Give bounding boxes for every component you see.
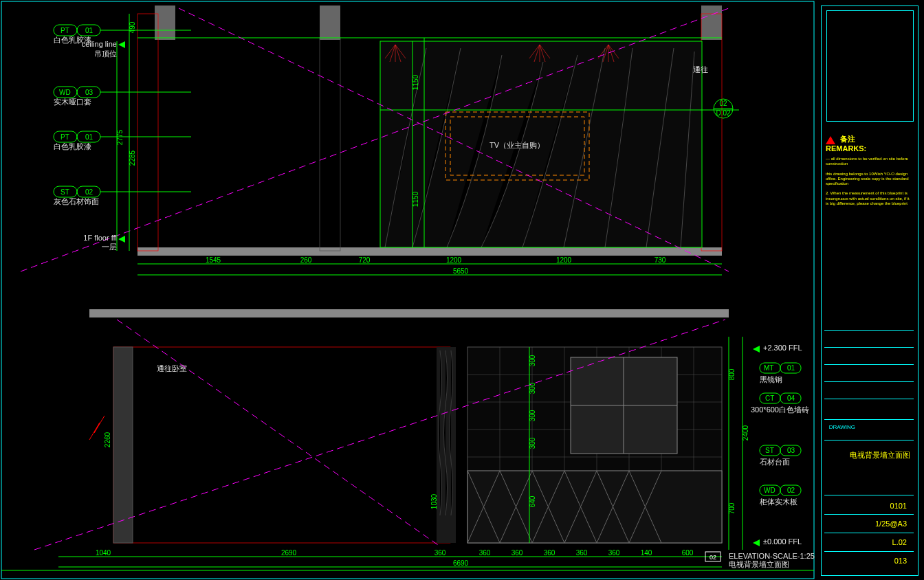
svg-text:360: 360 (434, 549, 446, 557)
svg-text:300: 300 (529, 437, 536, 449)
title-block-panel: 备注 REMARKS: — all dimensions to be verif… (817, 0, 924, 580)
svg-marker-100 (753, 539, 760, 546)
svg-text:360: 360 (608, 549, 620, 557)
svg-text:WD: WD (59, 89, 71, 96)
svg-marker-46 (118, 236, 125, 243)
corridor-label-1: 通往 (693, 65, 708, 74)
svg-text:600: 600 (682, 549, 694, 557)
svg-text:300*600白色墙砖: 300*600白色墙砖 (751, 405, 809, 414)
svg-text:360: 360 (512, 549, 523, 557)
svg-text:吊顶位: 吊顶位 (94, 49, 117, 58)
svg-rect-4 (701, 5, 722, 40)
svg-text:300: 300 (529, 410, 536, 421)
svg-rect-2 (155, 5, 175, 40)
svg-text:CT: CT (765, 394, 774, 402)
svg-text:360: 360 (576, 549, 588, 557)
svg-text:WD: WD (764, 487, 776, 494)
svg-rect-66 (113, 347, 133, 543)
svg-text:黑镜钢: 黑镜钢 (760, 375, 782, 383)
svg-text:03: 03 (787, 447, 795, 454)
svg-rect-64 (89, 309, 729, 317)
svg-text:03: 03 (85, 89, 94, 96)
svg-text:2285: 2285 (129, 150, 136, 166)
svg-text:700: 700 (728, 502, 736, 514)
svg-text:ST: ST (60, 188, 69, 196)
svg-rect-65 (113, 347, 450, 543)
svg-text:02: 02 (710, 554, 716, 561)
ceiling-line-label: ceiling line (82, 40, 117, 48)
ffl-top: +2.300 FFL (763, 344, 802, 352)
svg-text:800: 800 (728, 368, 736, 380)
svg-text:2400: 2400 (742, 425, 749, 440)
svg-text:02: 02 (787, 487, 795, 494)
svg-text:490: 490 (129, 21, 136, 33)
svg-text:360: 360 (479, 549, 491, 557)
material-tags-left: PT01 白色乳胶漆 WD03 实木哑口套 PT01 白色乳胶漆 ST02 灰色… (54, 25, 191, 205)
svg-text:1040: 1040 (96, 549, 111, 557)
svg-text:300: 300 (529, 355, 536, 366)
svg-text:01: 01 (85, 27, 94, 34)
svg-text:1200: 1200 (446, 256, 462, 264)
svg-text:石材台面: 石材台面 (760, 458, 790, 466)
svg-rect-6 (138, 14, 158, 251)
svg-text:MT: MT (764, 364, 773, 372)
svg-text:1150: 1150 (412, 191, 419, 207)
svg-text:6690: 6690 (453, 559, 469, 567)
svg-text:ST: ST (765, 447, 774, 454)
drawing-title: 电视背景墙立面图 (850, 450, 910, 460)
material-tags-right: MT01 黑镜钢 CT04 300*600白色墙砖 ST03 石材台面 WD02… (751, 363, 809, 506)
svg-text:2775: 2775 (116, 129, 124, 145)
svg-rect-5 (138, 247, 722, 256)
revision: 0101 (890, 502, 907, 510)
svg-text:720: 720 (359, 256, 371, 264)
svg-text:一层: 一层 (102, 243, 117, 251)
svg-marker-44 (118, 41, 125, 48)
svg-text:260: 260 (300, 256, 312, 264)
svg-rect-8 (320, 38, 340, 251)
svg-text:04: 04 (787, 394, 795, 402)
svg-text:01: 01 (85, 133, 94, 141)
sheet-scale: 1/25@A3 (875, 520, 907, 528)
floor-line-label: 1F floor ffl (83, 234, 117, 242)
remarks-block: 备注 REMARKS: — all dimensions to be verif… (826, 134, 912, 206)
svg-text:5650: 5650 (453, 267, 469, 275)
ffl-bottom: ±0.000 FFL (763, 537, 802, 546)
cad-viewport[interactable]: TV（业主自购） 02 D.02 通往 PT01 白色乳胶漆 WD03 实木哑口… (0, 0, 924, 580)
svg-text:1545: 1545 (206, 256, 221, 264)
callout-num: 02 (719, 100, 727, 107)
drawing-canvas: TV（业主自购） 02 D.02 通往 PT01 白色乳胶漆 WD03 实木哑口… (0, 0, 924, 580)
warning-icon (826, 136, 835, 144)
svg-text:300: 300 (529, 382, 536, 394)
svg-text:1030: 1030 (430, 493, 438, 509)
svg-text:1200: 1200 (556, 256, 572, 264)
svg-text:灰色石材饰面: 灰色石材饰面 (54, 197, 99, 205)
sheet-number: L.02 (892, 538, 907, 546)
svg-text:01: 01 (787, 364, 795, 372)
tv-label: TV（业主自购） (490, 141, 544, 149)
svg-text:730: 730 (654, 256, 666, 264)
svg-text:白色乳胶漆: 白色乳胶漆 (54, 142, 91, 150)
svg-text:2690: 2690 (281, 549, 297, 557)
svg-text:柜体实木板: 柜体实木板 (759, 498, 798, 506)
svg-text:实木哑口套: 实木哑口套 (54, 98, 91, 106)
svg-rect-3 (320, 5, 340, 40)
svg-text:360: 360 (544, 549, 556, 557)
svg-line-102 (117, 320, 440, 546)
svg-text:140: 140 (641, 549, 652, 557)
svg-text:PT: PT (60, 27, 69, 34)
elevation-name: 电视背景墙立面图 (729, 560, 789, 568)
svg-rect-80 (468, 471, 722, 543)
svg-text:640: 640 (529, 495, 536, 507)
callout-ref: D.02 (716, 109, 731, 117)
svg-text:02: 02 (85, 188, 94, 196)
elevation-scale: ELEVATION-SCALE-1:25 (729, 552, 815, 560)
svg-marker-99 (753, 346, 760, 353)
svg-text:2260: 2260 (104, 432, 111, 447)
svg-text:1150: 1150 (412, 74, 419, 90)
drawing-number: 013 (894, 557, 907, 565)
svg-text:PT: PT (60, 133, 69, 141)
svg-rect-7 (701, 14, 722, 251)
